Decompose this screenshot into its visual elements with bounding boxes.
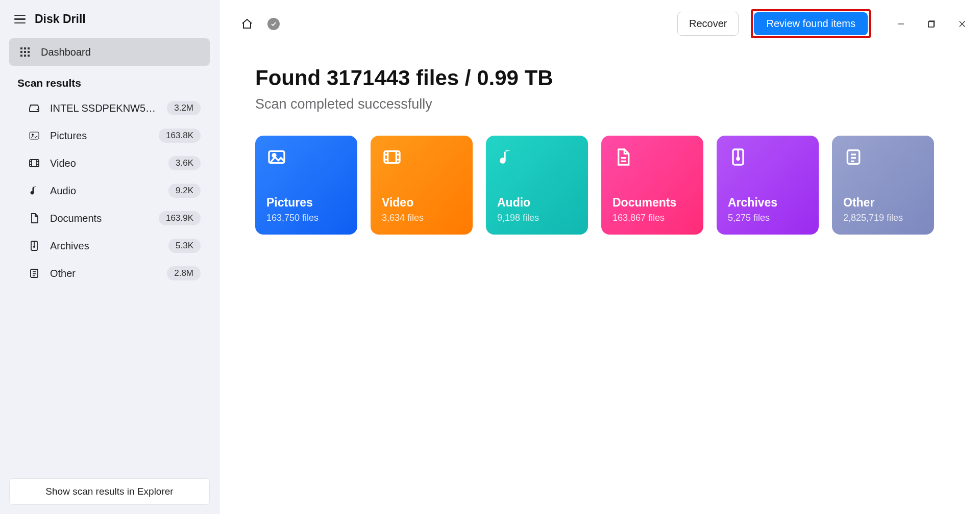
scan-complete-check-icon <box>266 17 281 31</box>
svg-point-9 <box>37 109 37 110</box>
result-item-count: 9.2K <box>168 184 201 198</box>
nav-item-label: Dashboard <box>41 46 91 58</box>
svg-rect-12 <box>30 160 39 167</box>
svg-rect-8 <box>28 55 30 57</box>
svg-rect-2 <box>28 47 30 49</box>
other-icon <box>28 267 41 280</box>
result-item-count: 3.2M <box>167 101 201 115</box>
main: Recover Review found items Found 3171443… <box>219 0 980 514</box>
window-minimize-icon[interactable] <box>895 18 906 30</box>
result-item-documents[interactable]: Documents 163.9K <box>9 204 210 232</box>
sidebar-nav: Dashboard <box>0 38 219 66</box>
recover-button[interactable]: Recover <box>677 12 739 36</box>
card-title: Audio <box>497 196 577 210</box>
result-item-label: Audio <box>50 185 159 197</box>
app-title: Disk Drill <box>35 12 86 26</box>
card-subtitle: 9,198 files <box>497 213 577 223</box>
category-card-row: Pictures 163,750 files Video 3,634 files… <box>255 136 944 235</box>
video-icon <box>382 147 402 167</box>
dashboard-icon <box>18 45 32 59</box>
pictures-icon <box>28 129 41 142</box>
sidebar: Disk Drill Dashboard Scan results INTEL … <box>0 0 219 514</box>
card-subtitle: 163,750 files <box>266 213 346 223</box>
result-item-disk[interactable]: INTEL SSDPEKNW512G8 3.2M <box>9 94 210 122</box>
summary-title: Found 3171443 files / 0.99 TB <box>255 66 944 90</box>
svg-rect-5 <box>28 51 30 53</box>
category-card-video[interactable]: Video 3,634 files <box>371 136 473 235</box>
card-title: Other <box>843 196 923 210</box>
audio-icon <box>497 147 518 167</box>
category-card-archives[interactable]: Archives 5,275 files <box>717 136 819 235</box>
documents-icon <box>28 212 41 225</box>
result-item-count: 163.8K <box>159 128 201 143</box>
svg-point-11 <box>32 134 34 136</box>
card-title: Pictures <box>266 196 346 210</box>
svg-rect-7 <box>24 55 26 57</box>
other-icon <box>843 147 864 167</box>
topbar: Recover Review found items <box>219 0 980 47</box>
card-title: Archives <box>728 196 807 210</box>
result-item-count: 163.9K <box>159 211 201 225</box>
card-title: Video <box>382 196 461 210</box>
window-maximize-icon[interactable] <box>926 18 937 30</box>
window-close-icon[interactable] <box>957 18 968 30</box>
svg-rect-6 <box>20 55 22 57</box>
result-list: INTEL SSDPEKNW512G8 3.2M Pictures 163.8K… <box>0 94 219 287</box>
svg-rect-0 <box>20 47 22 49</box>
card-subtitle: 163,867 files <box>612 213 692 223</box>
section-title-scan-results: Scan results <box>0 66 219 94</box>
result-item-other[interactable]: Other 2.8M <box>9 260 210 287</box>
video-icon <box>28 157 41 170</box>
window-controls <box>895 18 968 30</box>
svg-rect-4 <box>24 51 26 53</box>
result-item-archives[interactable]: Archives 5.3K <box>9 232 210 260</box>
hamburger-menu-icon[interactable] <box>14 15 26 24</box>
result-item-label: Archives <box>50 240 159 252</box>
result-item-label: Video <box>50 158 159 169</box>
result-item-count: 2.8M <box>167 266 201 280</box>
result-item-count: 3.6K <box>168 156 201 170</box>
category-card-documents[interactable]: Documents 163,867 files <box>601 136 703 235</box>
category-card-pictures[interactable]: Pictures 163,750 files <box>255 136 357 235</box>
svg-point-45 <box>737 158 739 160</box>
svg-rect-1 <box>24 47 26 49</box>
svg-rect-28 <box>928 21 934 27</box>
category-card-audio[interactable]: Audio 9,198 files <box>486 136 588 235</box>
card-subtitle: 3,634 files <box>382 213 461 223</box>
disk-icon <box>28 101 41 115</box>
documents-icon <box>612 147 633 167</box>
review-found-items-button[interactable]: Review found items <box>754 12 868 35</box>
result-item-audio[interactable]: Audio 9.2K <box>9 177 210 204</box>
card-title: Documents <box>612 196 692 210</box>
content: Found 3171443 files / 0.99 TB Scan compl… <box>219 47 980 253</box>
review-button-highlight: Review found items <box>751 9 871 38</box>
svg-rect-3 <box>20 51 22 53</box>
card-subtitle: 2,825,719 files <box>843 213 923 223</box>
archives-icon <box>728 147 748 167</box>
sidebar-footer: Show scan results in Explorer <box>0 471 219 514</box>
result-item-label: Documents <box>50 213 150 224</box>
audio-icon <box>28 184 41 197</box>
show-in-explorer-button[interactable]: Show scan results in Explorer <box>9 478 210 505</box>
result-item-label: Other <box>50 268 158 279</box>
result-item-label: INTEL SSDPEKNW512G8 <box>50 102 158 114</box>
home-icon[interactable] <box>240 17 254 31</box>
result-item-label: Pictures <box>50 130 150 142</box>
summary-subtitle: Scan completed successfully <box>255 96 944 112</box>
result-item-count: 5.3K <box>168 239 201 253</box>
svg-point-21 <box>34 246 35 247</box>
archives-icon <box>28 239 41 252</box>
nav-item-dashboard[interactable]: Dashboard <box>9 38 210 66</box>
result-item-pictures[interactable]: Pictures 163.8K <box>9 122 210 149</box>
result-item-video[interactable]: Video 3.6K <box>9 149 210 177</box>
svg-rect-34 <box>384 151 400 163</box>
card-subtitle: 5,275 files <box>728 213 807 223</box>
pictures-icon <box>266 147 287 167</box>
category-card-other[interactable]: Other 2,825,719 files <box>832 136 934 235</box>
sidebar-header: Disk Drill <box>0 0 219 38</box>
